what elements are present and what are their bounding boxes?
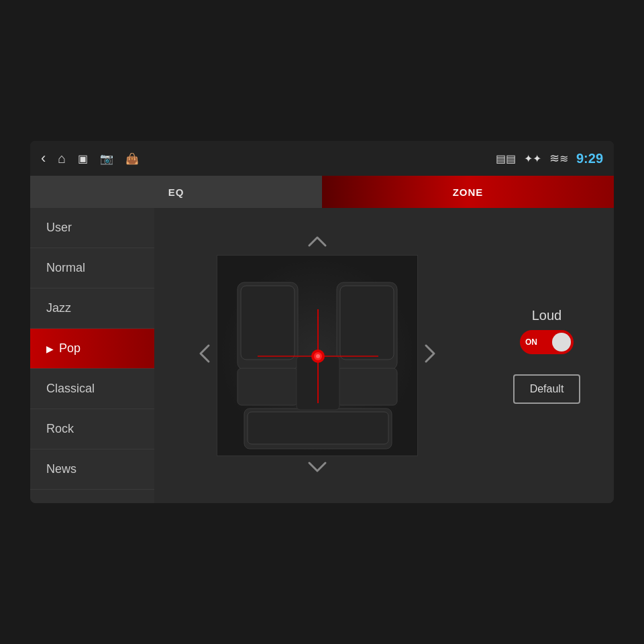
play-arrow-icon: ▶ (46, 343, 54, 354)
main-content: User Normal Jazz ▶ Pop Classical Rock Ne… (30, 208, 614, 503)
svg-rect-5 (340, 286, 394, 360)
svg-rect-3 (237, 368, 298, 405)
svg-point-15 (316, 354, 320, 358)
nav-down-button[interactable] (307, 459, 327, 478)
sidebar-item-normal[interactable]: Normal (30, 248, 154, 288)
svg-rect-6 (337, 368, 397, 405)
nav-left-button[interactable] (198, 343, 211, 368)
nav-up-button[interactable] (307, 233, 327, 252)
car-interior-svg (217, 256, 418, 456)
sidebar-item-rock[interactable]: Rock (30, 409, 154, 449)
status-bar-right: ▤ ✦ ≋ 9:29 (496, 151, 603, 166)
sidebar: User Normal Jazz ▶ Pop Classical Rock Ne… (30, 208, 154, 503)
center-area (154, 208, 480, 503)
bag-button[interactable] (125, 152, 139, 166)
svg-rect-8 (248, 412, 388, 444)
sidebar-item-classical[interactable]: Classical (30, 369, 154, 409)
cast-icon: ▤ (496, 152, 516, 165)
toggle-on-label: ON (525, 337, 537, 347)
home-button[interactable] (58, 151, 66, 166)
camera-button[interactable] (100, 152, 113, 166)
tab-zone[interactable]: ZONE (322, 176, 614, 208)
svg-rect-2 (241, 286, 294, 360)
status-bar-left (41, 150, 496, 167)
bluetooth-icon: ✦ (524, 152, 541, 165)
loud-section: Loud ON (520, 308, 574, 354)
sidebar-item-pop[interactable]: ▶ Pop (30, 329, 154, 369)
car-view-row (198, 255, 437, 456)
nav-right-button[interactable] (423, 343, 437, 368)
main-frame: ▤ ✦ ≋ 9:29 EQ ZONE User Normal Jazz (30, 141, 614, 503)
wifi-icon: ≋ (549, 151, 568, 166)
back-button[interactable] (41, 150, 46, 167)
sidebar-item-news[interactable]: News (30, 449, 154, 490)
clock: 9:29 (576, 151, 603, 166)
loud-label: Loud (532, 308, 562, 323)
car-view[interactable] (217, 255, 418, 456)
toggle-thumb (552, 333, 571, 352)
sidebar-item-user[interactable]: User (30, 208, 154, 248)
tab-eq[interactable]: EQ (30, 176, 322, 208)
tab-bar: EQ ZONE (30, 176, 614, 208)
status-bar: ▤ ✦ ≋ 9:29 (30, 141, 614, 176)
loud-toggle[interactable]: ON (520, 330, 574, 354)
sidebar-item-jazz[interactable]: Jazz (30, 288, 154, 329)
window-button[interactable] (78, 152, 88, 166)
default-button[interactable]: Default (513, 374, 580, 404)
right-panel: Loud ON Default (480, 208, 614, 503)
